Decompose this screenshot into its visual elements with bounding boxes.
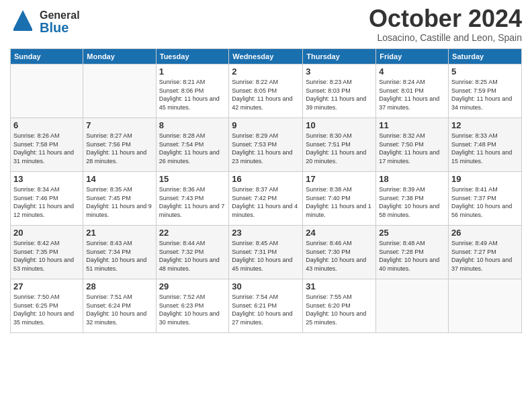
calendar-cell (11, 64, 83, 118)
day-content: Sunrise: 8:36 AM Sunset: 7:43 PM Dayligh… (159, 185, 226, 219)
calendar-cell: 11Sunrise: 8:32 AM Sunset: 7:50 PM Dayli… (376, 118, 449, 172)
day-content: Sunrise: 8:46 AM Sunset: 7:30 PM Dayligh… (306, 239, 373, 273)
day-number: 1 (159, 66, 226, 77)
day-content: Sunrise: 8:41 AM Sunset: 7:37 PM Dayligh… (451, 185, 519, 219)
calendar-cell: 17Sunrise: 8:38 AM Sunset: 7:40 PM Dayli… (303, 172, 376, 226)
logo-general-text: General (40, 10, 80, 21)
day-number: 16 (232, 174, 300, 184)
calendar-cell: 12Sunrise: 8:33 AM Sunset: 7:48 PM Dayli… (449, 118, 522, 172)
calendar-cell: 31Sunrise: 7:55 AM Sunset: 6:20 PM Dayli… (303, 279, 376, 333)
day-number: 2 (232, 66, 300, 77)
calendar-cell (83, 64, 156, 118)
day-number: 15 (159, 174, 226, 184)
calendar-cell: 13Sunrise: 8:34 AM Sunset: 7:46 PM Dayli… (11, 172, 83, 226)
title-section: October 2024 Losacino, Castille and Leon… (369, 7, 522, 43)
day-content: Sunrise: 8:45 AM Sunset: 7:31 PM Dayligh… (232, 239, 300, 273)
page-container: General Blue October 2024 Losacino, Cast… (0, 0, 532, 340)
day-content: Sunrise: 8:35 AM Sunset: 7:45 PM Dayligh… (86, 185, 152, 219)
calendar-header-row: SundayMondayTuesdayWednesdayThursdayFrid… (11, 49, 522, 64)
calendar-week-2: 6Sunrise: 8:26 AM Sunset: 7:58 PM Daylig… (11, 118, 522, 172)
day-number: 4 (379, 66, 445, 77)
day-content: Sunrise: 8:49 AM Sunset: 7:27 PM Dayligh… (451, 239, 519, 273)
day-header-tuesday: Tuesday (156, 49, 229, 64)
day-content: Sunrise: 7:55 AM Sunset: 6:20 PM Dayligh… (306, 293, 373, 326)
calendar-cell: 4Sunrise: 8:24 AM Sunset: 8:01 PM Daylig… (376, 64, 449, 118)
calendar-cell (376, 279, 449, 333)
day-header-friday: Friday (376, 49, 449, 64)
day-header-monday: Monday (83, 49, 156, 64)
logo-icon (10, 7, 36, 38)
calendar-week-1: 1Sunrise: 8:21 AM Sunset: 8:06 PM Daylig… (11, 64, 522, 118)
calendar-cell: 27Sunrise: 7:50 AM Sunset: 6:25 PM Dayli… (11, 279, 83, 333)
day-number: 20 (13, 228, 80, 238)
calendar-cell: 2Sunrise: 8:22 AM Sunset: 8:05 PM Daylig… (229, 64, 303, 118)
svg-marker-0 (13, 10, 32, 29)
day-content: Sunrise: 8:39 AM Sunset: 7:38 PM Dayligh… (379, 185, 445, 219)
calendar-cell: 20Sunrise: 8:42 AM Sunset: 7:35 PM Dayli… (11, 226, 83, 279)
day-number: 25 (379, 228, 445, 238)
day-content: Sunrise: 8:29 AM Sunset: 7:53 PM Dayligh… (232, 132, 300, 165)
calendar-cell: 22Sunrise: 8:44 AM Sunset: 7:32 PM Dayli… (156, 226, 229, 279)
day-number: 22 (159, 228, 226, 238)
day-number: 30 (232, 281, 300, 291)
day-content: Sunrise: 8:23 AM Sunset: 8:03 PM Dayligh… (306, 78, 373, 111)
calendar-cell: 3Sunrise: 8:23 AM Sunset: 8:03 PM Daylig… (303, 64, 376, 118)
calendar-cell: 19Sunrise: 8:41 AM Sunset: 7:37 PM Dayli… (449, 172, 522, 226)
day-header-thursday: Thursday (303, 49, 376, 64)
svg-rect-1 (13, 29, 32, 31)
calendar-cell: 23Sunrise: 8:45 AM Sunset: 7:31 PM Dayli… (229, 226, 303, 279)
day-number: 18 (379, 174, 445, 184)
calendar-table: SundayMondayTuesdayWednesdayThursdayFrid… (10, 48, 522, 333)
logo: General Blue (10, 7, 80, 38)
day-number: 26 (451, 228, 519, 238)
day-content: Sunrise: 7:54 AM Sunset: 6:21 PM Dayligh… (232, 293, 300, 326)
calendar-week-4: 20Sunrise: 8:42 AM Sunset: 7:35 PM Dayli… (11, 226, 522, 279)
day-number: 6 (13, 120, 80, 130)
calendar-cell: 5Sunrise: 8:25 AM Sunset: 7:59 PM Daylig… (449, 64, 522, 118)
calendar-cell: 24Sunrise: 8:46 AM Sunset: 7:30 PM Dayli… (303, 226, 376, 279)
day-number: 24 (306, 228, 373, 238)
day-number: 27 (13, 281, 80, 291)
calendar-week-5: 27Sunrise: 7:50 AM Sunset: 6:25 PM Dayli… (11, 279, 522, 333)
day-number: 17 (306, 174, 373, 184)
day-number: 9 (232, 120, 300, 130)
day-number: 7 (86, 120, 152, 130)
calendar-cell: 18Sunrise: 8:39 AM Sunset: 7:38 PM Dayli… (376, 172, 449, 226)
calendar-cell: 6Sunrise: 8:26 AM Sunset: 7:58 PM Daylig… (11, 118, 83, 172)
day-content: Sunrise: 8:26 AM Sunset: 7:58 PM Dayligh… (13, 132, 80, 165)
logo-brand: General Blue (40, 10, 80, 34)
calendar-cell: 7Sunrise: 8:27 AM Sunset: 7:56 PM Daylig… (83, 118, 156, 172)
day-content: Sunrise: 8:48 AM Sunset: 7:28 PM Dayligh… (379, 239, 445, 273)
calendar-cell: 16Sunrise: 8:37 AM Sunset: 7:42 PM Dayli… (229, 172, 303, 226)
day-number: 21 (86, 228, 152, 238)
day-number: 28 (86, 281, 152, 291)
calendar-cell (449, 279, 522, 333)
calendar-cell: 9Sunrise: 8:29 AM Sunset: 7:53 PM Daylig… (229, 118, 303, 172)
day-number: 8 (159, 120, 226, 130)
day-content: Sunrise: 8:33 AM Sunset: 7:48 PM Dayligh… (451, 132, 519, 165)
day-header-wednesday: Wednesday (229, 49, 303, 64)
day-content: Sunrise: 8:44 AM Sunset: 7:32 PM Dayligh… (159, 239, 226, 273)
day-content: Sunrise: 8:27 AM Sunset: 7:56 PM Dayligh… (86, 132, 152, 165)
day-content: Sunrise: 8:24 AM Sunset: 8:01 PM Dayligh… (379, 78, 445, 111)
logo-blue-text: Blue (40, 21, 80, 34)
day-number: 31 (306, 281, 373, 291)
day-number: 23 (232, 228, 300, 238)
day-content: Sunrise: 8:38 AM Sunset: 7:40 PM Dayligh… (306, 185, 373, 219)
calendar-cell: 15Sunrise: 8:36 AM Sunset: 7:43 PM Dayli… (156, 172, 229, 226)
day-content: Sunrise: 8:30 AM Sunset: 7:51 PM Dayligh… (306, 132, 373, 165)
day-number: 3 (306, 66, 373, 77)
day-content: Sunrise: 8:42 AM Sunset: 7:35 PM Dayligh… (13, 239, 80, 273)
day-number: 14 (86, 174, 152, 184)
calendar-cell: 8Sunrise: 8:28 AM Sunset: 7:54 PM Daylig… (156, 118, 229, 172)
day-content: Sunrise: 7:50 AM Sunset: 6:25 PM Dayligh… (13, 293, 80, 326)
day-number: 10 (306, 120, 373, 130)
day-content: Sunrise: 8:43 AM Sunset: 7:34 PM Dayligh… (86, 239, 152, 273)
day-header-saturday: Saturday (449, 49, 522, 64)
day-number: 29 (159, 281, 226, 291)
day-number: 11 (379, 120, 445, 130)
day-content: Sunrise: 7:51 AM Sunset: 6:24 PM Dayligh… (86, 293, 152, 326)
day-content: Sunrise: 8:25 AM Sunset: 7:59 PM Dayligh… (451, 78, 519, 111)
calendar-cell: 29Sunrise: 7:52 AM Sunset: 6:23 PM Dayli… (156, 279, 229, 333)
calendar-cell: 14Sunrise: 8:35 AM Sunset: 7:45 PM Dayli… (83, 172, 156, 226)
